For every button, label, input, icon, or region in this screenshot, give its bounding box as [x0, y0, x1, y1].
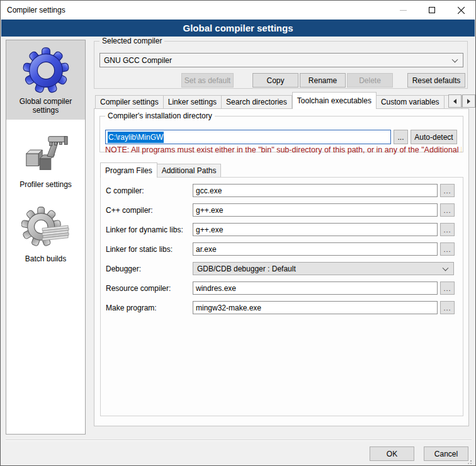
cancel-button[interactable]: Cancel	[424, 446, 468, 461]
caption-buttons	[388, 1, 475, 20]
browse-c-compiler-button[interactable]: ...	[440, 184, 455, 197]
field-row-dynamic-linker: Linker for dynamic libs: g++.exe ...	[106, 223, 463, 236]
field-label: C++ compiler:	[106, 206, 193, 215]
blue-gear-icon	[8, 44, 84, 97]
ok-button[interactable]: OK	[370, 446, 414, 461]
rename-button[interactable]: Rename	[300, 73, 346, 88]
caliper-tool-icon	[8, 127, 84, 180]
chevron-down-icon	[443, 264, 449, 271]
field-row-debugger: Debugger: GDB/CDB debugger : Default	[106, 262, 463, 275]
tab-scroll-buttons	[448, 94, 475, 108]
maximize-icon	[429, 7, 435, 13]
dynamic-linker-input[interactable]: g++.exe	[193, 223, 438, 236]
program-files-tabstrip: Program Files Additional Paths	[100, 162, 221, 178]
debugger-select-value: GDB/CDB debugger : Default	[197, 264, 296, 273]
browse-dynamic-linker-button[interactable]: ...	[440, 223, 455, 236]
group-legend: Selected compiler	[99, 37, 164, 45]
installation-directory-input[interactable]: C:\raylib\MinGW	[105, 130, 391, 144]
browse-cpp-compiler-button[interactable]: ...	[440, 203, 455, 217]
close-icon	[457, 6, 465, 14]
triangle-left-icon	[453, 99, 456, 104]
window-title: Compiler settings	[7, 1, 65, 20]
field-label: Linker for static libs:	[106, 245, 193, 254]
tab-compiler-settings[interactable]: Compiler settings	[95, 95, 164, 109]
field-row-c-compiler: C compiler: gcc.exe ...	[106, 184, 463, 197]
tab-search-directories[interactable]: Search directories	[222, 95, 292, 109]
compiler-buttons-row: Set as default Copy Rename Delete Reset …	[94, 73, 468, 88]
installation-directory-group: Compiler's installation directory C:\ray…	[99, 116, 463, 152]
set-as-default-button: Set as default	[181, 73, 234, 88]
field-label: Debugger:	[106, 264, 193, 273]
delete-button: Delete	[347, 73, 393, 88]
copy-button[interactable]: Copy	[252, 73, 298, 88]
toolchain-executables-page: Compiler's installation directory C:\ray…	[94, 108, 469, 426]
installation-path-row: C:\raylib\MinGW ... Auto-detect	[105, 130, 457, 144]
browse-resource-compiler-button[interactable]: ...	[440, 281, 455, 295]
compiler-select-value: GNU GCC Compiler	[104, 56, 172, 65]
browse-static-linker-button[interactable]: ...	[440, 242, 455, 256]
field-label: Resource compiler:	[106, 284, 193, 293]
field-row-static-linker: Linker for static libs: ar.exe ...	[106, 242, 463, 256]
note-text: NOTE: All programs must exist either in …	[105, 145, 462, 154]
field-row-make-program: Make program: mingw32-make.exe ...	[106, 301, 463, 314]
field-label: Make program:	[106, 304, 193, 312]
tab-linker-settings[interactable]: Linker settings	[164, 95, 222, 109]
tab-scroll-left-button[interactable]	[448, 94, 462, 108]
selected-compiler-group: Selected compiler GNU GCC Compiler Set a…	[94, 41, 468, 89]
settings-tabstrip: Compiler settings Linker settings Search…	[95, 92, 462, 109]
make-program-input[interactable]: mingw32-make.exe	[193, 301, 438, 314]
sidebar-item-global-compiler-settings[interactable]: Global compiler settings	[6, 40, 85, 120]
c-compiler-input[interactable]: gcc.exe	[193, 184, 438, 197]
titlebar[interactable]: Compiler settings	[1, 1, 475, 20]
sidebar-item-profiler-settings[interactable]: Profiler settings	[6, 123, 85, 194]
tab-additional-paths[interactable]: Additional Paths	[157, 164, 222, 178]
sidebar-item-batch-builds[interactable]: Batch builds	[6, 198, 85, 268]
group-legend: Compiler's installation directory	[105, 111, 215, 120]
chevron-down-icon	[452, 56, 458, 62]
browse-make-program-button[interactable]: ...	[440, 301, 455, 314]
sidebar-item-label: Global compiler settings	[8, 97, 84, 115]
tab-custom-variables[interactable]: Custom variables	[377, 95, 445, 109]
sidebar-item-label: Profiler settings	[8, 180, 84, 189]
page-title: Global compiler settings	[183, 23, 293, 33]
minimize-button	[388, 1, 417, 20]
gray-gear-stack-icon	[8, 202, 84, 254]
maximize-button[interactable]	[417, 1, 446, 20]
static-linker-input[interactable]: ar.exe	[193, 242, 438, 256]
footer-separator	[6, 440, 472, 441]
selected-text: C:\raylib\MinGW	[108, 132, 164, 143]
auto-detect-button[interactable]: Auto-detect	[411, 130, 457, 144]
compiler-select[interactable]: GNU GCC Compiler	[99, 53, 463, 67]
debugger-select[interactable]: GDB/CDB debugger : Default	[193, 262, 454, 275]
reset-defaults-button[interactable]: Reset defaults	[407, 73, 465, 88]
program-files-panel: C compiler: gcc.exe ... C++ compiler: g+…	[100, 177, 463, 416]
field-label: Linker for dynamic libs:	[106, 225, 193, 234]
close-button[interactable]	[446, 1, 475, 20]
browse-directory-button[interactable]: ...	[394, 130, 408, 144]
resize-grip[interactable]	[467, 457, 474, 464]
dialog-header: Global compiler settings	[1, 20, 475, 37]
sidebar-item-label: Batch builds	[8, 254, 84, 263]
field-row-resource-compiler: Resource compiler: windres.exe ...	[106, 281, 463, 295]
compiler-settings-dialog: Compiler settings Global compiler settin…	[0, 0, 476, 466]
tab-program-files[interactable]: Program Files	[100, 162, 157, 178]
cpp-compiler-input[interactable]: g++.exe	[193, 203, 438, 217]
tab-scroll-right-button[interactable]	[462, 94, 475, 108]
field-label: C compiler:	[106, 186, 193, 195]
triangle-right-icon	[467, 99, 470, 104]
settings-sidebar: Global compiler settings	[6, 40, 86, 435]
resource-compiler-input[interactable]: windres.exe	[193, 281, 438, 295]
minimize-icon	[400, 10, 407, 11]
tab-toolchain-executables[interactable]: Toolchain executables	[292, 92, 377, 109]
field-row-cpp-compiler: C++ compiler: g++.exe ...	[106, 203, 463, 217]
